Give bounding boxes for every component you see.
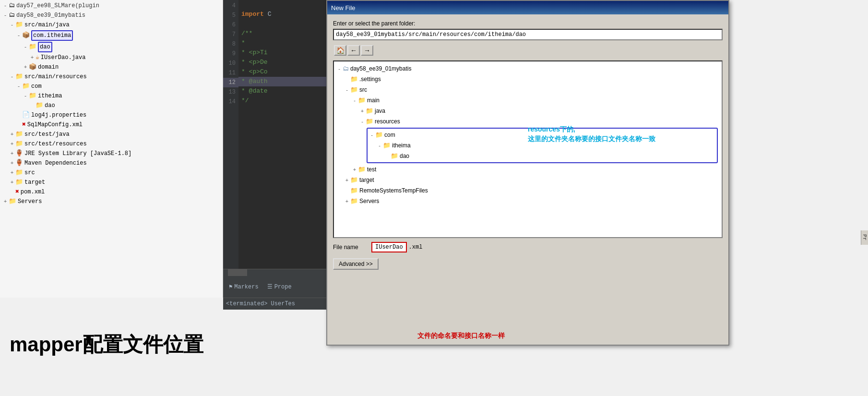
expand-itheima[interactable]: - <box>22 92 29 100</box>
editor-scrollbar[interactable] <box>223 269 326 276</box>
tree-label-src-test-res: src/test/resources <box>24 140 87 148</box>
tab-properties[interactable]: ☰ Prope <box>264 282 295 291</box>
expand-pom[interactable] <box>9 188 15 196</box>
dicon-main: 📁 <box>358 96 366 105</box>
advanced-button[interactable]: Advanced >> <box>333 258 379 270</box>
dexpand-servers[interactable]: + <box>344 197 350 205</box>
dexpand-com[interactable]: - <box>369 131 375 139</box>
code-line-10: * <p>De <box>238 58 326 67</box>
dexpand-remote[interactable] <box>344 186 350 195</box>
dexpand-settings[interactable] <box>344 75 350 84</box>
expand-servers[interactable]: + <box>2 197 9 206</box>
dtree-settings[interactable]: 📁 .settings <box>334 74 722 84</box>
tree-item-src-test-java[interactable]: + 📁 src/test/java <box>0 130 223 139</box>
code-line-13: * @date <box>238 86 326 96</box>
dialog-tree[interactable]: - 🗂 day58_ee39_01mybatis 📁 .settings - 📁… <box>333 60 723 238</box>
dexpand-day58[interactable]: - <box>336 64 343 73</box>
dtree-servers[interactable]: + 📁 Servers <box>334 196 722 206</box>
dtree-remote[interactable]: 📁 RemoteSystemsTempFiles <box>334 185 722 196</box>
tree-item-sqlmap[interactable]: ✖ SqlMapConfig.xml <box>0 120 223 130</box>
back-button[interactable]: ← <box>347 45 360 56</box>
expand-day58[interactable]: - <box>2 11 9 20</box>
tree-item-pomxml[interactable]: ✖ pom.xml <box>0 187 223 197</box>
expand-iuserdao[interactable]: + <box>29 53 36 62</box>
dtree-target[interactable]: + 📁 target <box>334 175 722 185</box>
expand-com-itheima[interactable]: - <box>15 31 22 40</box>
dexpand-main[interactable]: - <box>351 96 358 105</box>
dexpand-dao-res[interactable] <box>384 152 391 160</box>
dtree-label-test: test <box>367 165 376 174</box>
expand-dao[interactable]: - <box>22 43 29 51</box>
expand-day57[interactable]: - <box>2 1 9 10</box>
props-icon-log4j: 📄 <box>22 111 30 120</box>
code-area[interactable]: import C /** * * <p>Ti * <p>De * <p>Co *… <box>238 0 326 298</box>
tree-item-dao[interactable]: - 📁 dao <box>0 41 223 53</box>
tree-item-servers[interactable]: + 📁 Servers <box>0 197 223 206</box>
dicon-itheima: 📁 <box>383 141 391 150</box>
forward-button[interactable]: → <box>361 45 373 56</box>
folder-icon-itheima: 📁 <box>29 92 36 100</box>
tree-item-domain[interactable]: + 📦 domain <box>0 62 223 72</box>
file-name-input-highlighted[interactable]: IUserDao <box>371 242 407 252</box>
tree-item-src[interactable]: + 📁 src <box>0 168 223 178</box>
dialog-title-bar[interactable]: New File <box>327 1 728 14</box>
dtree-dao-res[interactable]: 📁 dao <box>369 151 716 161</box>
dicon-src: 📁 <box>350 85 358 94</box>
dexpand-test[interactable]: + <box>351 165 358 174</box>
dtree-src[interactable]: - 📁 src <box>334 84 722 95</box>
dtree-main[interactable]: - 📁 main <box>334 95 722 106</box>
expand-resources[interactable]: - <box>9 72 15 81</box>
dtree-day58[interactable]: - 🗂 day58_ee39_01mybatis <box>334 63 722 74</box>
line-num-7: 7 <box>223 30 238 39</box>
props-tab-icon: ☰ <box>267 283 273 290</box>
expand-src-test-res[interactable]: + <box>9 140 15 148</box>
dexpand-target[interactable]: + <box>344 176 350 184</box>
tree-item-com[interactable]: - 📁 com <box>0 82 223 91</box>
expand-sqlmap[interactable] <box>15 120 22 129</box>
expand-target[interactable]: + <box>9 178 15 187</box>
tree-item-src-main-resources[interactable]: - 📁 src/main/resources <box>0 72 223 82</box>
tree-item-itheima[interactable]: - 📁 itheima <box>0 91 223 101</box>
tree-item-target[interactable]: + 📁 target <box>0 178 223 187</box>
dexpand-itheima[interactable]: - <box>376 141 383 150</box>
tree-label-resources: src/main/resources <box>24 72 87 81</box>
expand-src-main[interactable]: - <box>9 21 15 29</box>
tree-item-src-main-java[interactable]: - 📁 src/main/java <box>0 20 223 30</box>
line-num-8: 8 <box>223 39 238 49</box>
dexpand-java[interactable]: + <box>359 107 366 115</box>
expand-log4j[interactable] <box>15 111 22 120</box>
tree-item-log4j[interactable]: 📄 log4j.properties <box>0 110 223 120</box>
tree-label-com: com <box>31 82 42 91</box>
tree-item-src-test-res[interactable]: + 📁 src/test/resources <box>0 139 223 149</box>
home-button[interactable]: 🏠 <box>334 45 346 56</box>
dtree-test[interactable]: + 📁 test <box>334 164 722 175</box>
tree-item-dao-res[interactable]: 📁 dao <box>0 101 223 110</box>
tree-item-day57[interactable]: - 🗂 day57_ee98_SLMare(plugin <box>0 1 223 11</box>
line-num-14: 14 <box>223 97 238 107</box>
tree-item-day58[interactable]: - 🗂 day58_ee39_01mybatis <box>0 11 223 20</box>
expand-com[interactable]: - <box>15 82 22 91</box>
pkg-icon-domain: 📦 <box>29 63 36 72</box>
tree-label-maven: Maven Dependencies <box>24 159 87 168</box>
tab-markers[interactable]: ⚑ Markers <box>226 282 262 291</box>
dialog-parent-input[interactable] <box>333 29 723 40</box>
dexpand-resources[interactable]: - <box>359 117 366 126</box>
tree-item-maven[interactable]: + 🏺 Maven Dependencies <box>0 158 223 168</box>
expand-jre[interactable]: + <box>9 149 15 158</box>
expand-src[interactable]: + <box>9 168 15 177</box>
expand-src-test-java[interactable]: + <box>9 130 15 139</box>
dicon-day58: 🗂 <box>343 64 349 73</box>
tree-label-sqlmap: SqlMapConfig.xml <box>27 120 83 129</box>
line-num-12: 12 <box>223 78 238 87</box>
expand-maven[interactable]: + <box>9 159 15 168</box>
dexpand-src[interactable]: - <box>344 85 350 94</box>
dtree-java[interactable]: + 📁 java <box>334 106 722 116</box>
tree-item-iuserdao[interactable]: + ☕ IUserDao.java <box>0 53 223 62</box>
expand-dao-res[interactable] <box>29 101 36 110</box>
right-edge-label: Pr <box>861 230 868 245</box>
tree-item-com-itheima[interactable]: - 📦 com.itheima <box>0 30 223 41</box>
expand-domain[interactable]: + <box>22 63 29 72</box>
tree-label-day57: day57_ee98_SLMare(plugin <box>16 1 99 10</box>
tree-item-jre[interactable]: + 🏺 JRE System Library [JavaSE-1.8] <box>0 149 223 158</box>
marker-icon: ⚑ <box>229 283 232 290</box>
